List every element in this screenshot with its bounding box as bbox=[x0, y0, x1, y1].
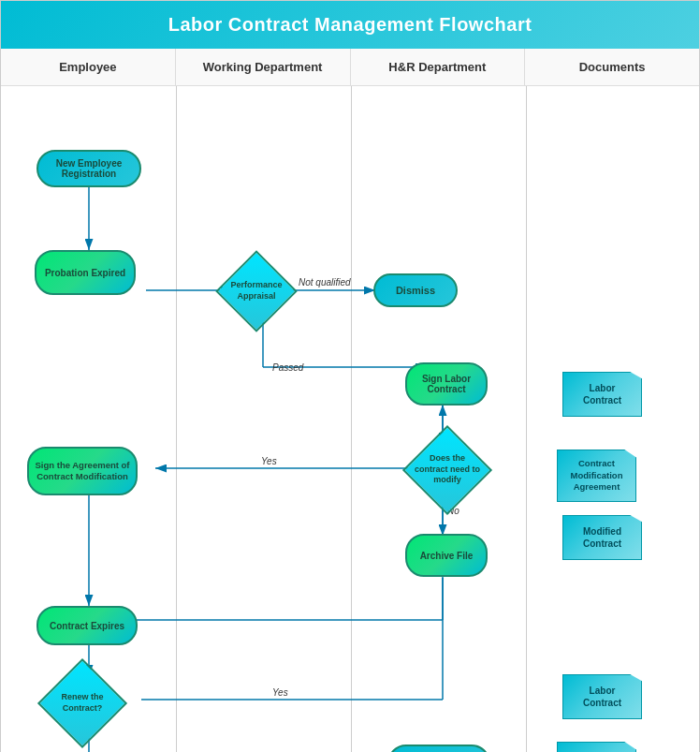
col-hr-dept: H&R Department bbox=[351, 49, 526, 85]
performance-appraisal-shape: Performance Appraisal bbox=[214, 264, 299, 318]
sign-agreement-shape: Sign the Agreement of Contract Modificat… bbox=[27, 447, 138, 495]
col-working-dept: Working Department bbox=[176, 49, 351, 85]
labor-contract-2-doc: Labor Contract bbox=[562, 674, 642, 719]
probation-expired-shape: Probation Expired bbox=[35, 250, 136, 295]
flow-content: Not qualified Passed Yes No Yes No New E… bbox=[1, 86, 699, 752]
columns-header: Employee Working Department H&R Departme… bbox=[1, 49, 699, 86]
contract-modification-agreement-doc: Contract Modification Agreement bbox=[557, 450, 636, 502]
page-title: Labor Contract Management Flowchart bbox=[1, 1, 699, 49]
label-passed: Passed bbox=[272, 362, 303, 373]
label-not-qualified: Not qualified bbox=[299, 277, 351, 288]
renew-contract-shape: Renew the Contract? bbox=[40, 671, 124, 735]
does-contract-modify-shape: Does the contract need to modify bbox=[405, 439, 489, 500]
col-employee: Employee bbox=[1, 49, 176, 85]
archive-file-shape: Archive File bbox=[405, 534, 488, 577]
new-employee-shape: New Employee Registration bbox=[36, 150, 141, 187]
letter-to-end-doc: Letter to End Labor Contract bbox=[557, 742, 636, 752]
sign-labor-contract-shape: Sign Labor Contract bbox=[405, 362, 488, 405]
main-container: Labor Contract Management Flowchart Empl… bbox=[0, 0, 700, 752]
separation-procedure-shape: Seperation Procedure bbox=[387, 745, 490, 752]
labor-contract-1-doc: Labor Contract bbox=[562, 372, 642, 417]
dismiss-shape: Dismiss bbox=[373, 273, 458, 307]
modified-contract-doc: Modified Contract bbox=[562, 515, 642, 560]
label-yes-renew: Yes bbox=[272, 687, 288, 698]
col-documents: Documents bbox=[525, 49, 699, 85]
label-yes-modify: Yes bbox=[261, 456, 277, 466]
contract-expires-shape: Contract Expires bbox=[36, 606, 138, 645]
flowchart-area: Not qualified Passed Yes No Yes No New E… bbox=[1, 86, 699, 752]
